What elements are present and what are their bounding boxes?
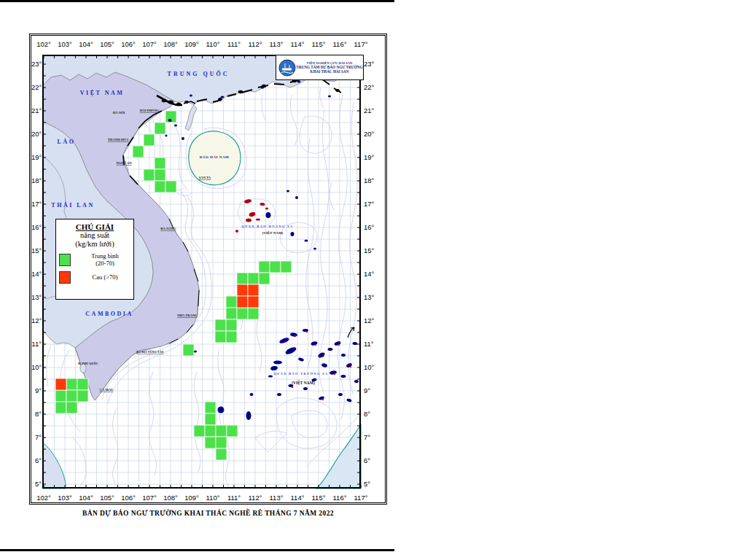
map-label: VIỆT NAM xyxy=(80,90,125,96)
lon-axis-label: 115° xyxy=(312,40,326,48)
island-blob xyxy=(341,354,346,357)
forecast-cell-medium xyxy=(216,437,227,448)
lon-axis-label: 108° xyxy=(163,494,178,502)
lon-axis-label: 104° xyxy=(79,494,93,502)
lon-axis-label: 103° xyxy=(58,494,72,502)
lat-axis-label: 12° xyxy=(364,316,378,324)
legend-title: CHÚ GIẢI xyxy=(56,222,133,231)
island-blob xyxy=(297,81,301,83)
forecast-cell-medium xyxy=(144,134,155,146)
lon-axis-label: 110° xyxy=(206,494,220,502)
island-blob xyxy=(303,387,308,390)
lat-axis-label: 11° xyxy=(31,340,42,348)
lon-axis-label: 110° xyxy=(206,40,220,48)
forecast-cell-medium xyxy=(215,331,226,343)
island-blob xyxy=(182,137,184,140)
map-label: HÀ NỘI xyxy=(113,111,125,114)
institute-logo-box: VIỆN NGHIÊN CỨU HẢI SẢN TRUNG TÂM DỰ BÁO… xyxy=(276,55,364,80)
lon-axis-label: 113° xyxy=(270,40,284,48)
reef-speck xyxy=(284,341,286,343)
lat-axis-label: 13° xyxy=(31,293,42,301)
map-label: NHA TRANG xyxy=(177,314,198,317)
forecast-cell-medium xyxy=(77,390,88,402)
lon-axis-label: 111° xyxy=(227,40,241,48)
forecast-cell-medium xyxy=(205,413,216,425)
forecast-cell-medium xyxy=(155,169,165,181)
map-label: ĐẢO HẢI NAM xyxy=(200,155,230,159)
island-blob xyxy=(165,135,168,137)
lon-axis-label: 102° xyxy=(36,40,51,48)
map-label: TRUNG QUỐC xyxy=(168,70,230,77)
forecast-cell-medium xyxy=(226,296,237,308)
forecast-cell-medium xyxy=(216,448,227,460)
lat-axis-label: 6° xyxy=(364,456,378,464)
lon-axis-label: 106° xyxy=(121,494,136,502)
legend-item-high: Cao (>70) xyxy=(59,271,133,284)
forecast-cell-medium xyxy=(270,261,281,273)
lat-axis-label: 5° xyxy=(31,480,42,488)
island-blob xyxy=(273,361,282,365)
forecast-cell-high xyxy=(237,284,248,296)
lat-axis-label: 18° xyxy=(31,176,42,184)
forecast-cell-medium xyxy=(133,146,144,158)
lon-axis-label: 116° xyxy=(333,40,347,48)
map-label: CAMBODIA xyxy=(85,311,133,317)
map-label: HẢI PHÒNG xyxy=(140,109,160,112)
legend-box: CHÚ GIẢI năng suất (kg/km lưới) Trung bì… xyxy=(55,219,134,300)
forecast-cell-medium xyxy=(205,425,216,437)
map-label: (VIỆT NAM) xyxy=(262,231,284,235)
legend-item-medium: Trung bình (20-70) xyxy=(59,253,133,267)
lon-axis-label: 114° xyxy=(291,40,305,48)
reef-speck xyxy=(334,373,335,375)
forecast-cell-medium xyxy=(66,402,77,413)
map-label: SAN YA xyxy=(199,176,211,179)
lat-axis-label: 23° xyxy=(364,60,378,68)
island-blob xyxy=(190,95,192,97)
lat-axis-label: 14° xyxy=(364,270,378,278)
map-label: THÁI LAN xyxy=(51,201,94,209)
forecast-cell-high xyxy=(55,378,66,390)
island-blob xyxy=(218,407,225,413)
lon-axis-label: 109° xyxy=(184,40,199,48)
island-blob xyxy=(328,348,333,351)
lon-axis-label: 108° xyxy=(163,40,178,48)
island-blob xyxy=(305,240,308,242)
forecast-cell-high xyxy=(237,296,248,308)
reef-speck xyxy=(338,344,340,346)
logo-line3: KHAI THÁC HẢI SẢN xyxy=(296,69,363,74)
reef-blob xyxy=(246,219,251,222)
forecast-cell-medium xyxy=(227,425,238,437)
lat-axis-label: 21° xyxy=(31,106,42,114)
island-blob xyxy=(338,393,343,396)
island-blob xyxy=(250,393,254,396)
forecast-cell-medium xyxy=(248,273,259,284)
lat-axis-label: 5° xyxy=(364,480,378,488)
lat-axis-label: 22° xyxy=(31,83,42,91)
lon-axis-label: 117° xyxy=(354,494,368,502)
map-label: (VIỆT NAM) xyxy=(292,380,315,386)
island-blob xyxy=(261,87,265,89)
reef-speck xyxy=(294,335,296,337)
forecast-cell-medium xyxy=(155,122,165,134)
map-label: ĐÀ NẴNG xyxy=(160,227,176,230)
island-blob xyxy=(174,125,177,127)
forecast-cell-medium xyxy=(226,319,237,331)
lat-axis-label: 20° xyxy=(31,130,42,138)
lat-axis-label: 19° xyxy=(364,153,378,161)
legend-unit: (kg/km lưới) xyxy=(56,240,133,249)
island-blob xyxy=(266,212,271,218)
lat-axis-label: 7° xyxy=(31,433,42,441)
forecast-cell-medium xyxy=(77,378,88,390)
lat-axis-label: 15° xyxy=(31,246,42,254)
forecast-cell-medium xyxy=(237,273,248,284)
legend-medium-range: (20-70) xyxy=(95,260,114,267)
island-blob xyxy=(277,393,281,396)
lat-axis-label: 9° xyxy=(31,386,42,394)
page-top-rule xyxy=(0,0,394,2)
reef-blob xyxy=(256,219,260,221)
forecast-cell-medium xyxy=(259,273,270,284)
map-label: NGHỆ AN xyxy=(116,161,132,165)
map-label: THANH HÓA xyxy=(108,138,129,141)
reef-blob xyxy=(235,230,238,233)
lon-axis-label: 115° xyxy=(312,494,326,502)
